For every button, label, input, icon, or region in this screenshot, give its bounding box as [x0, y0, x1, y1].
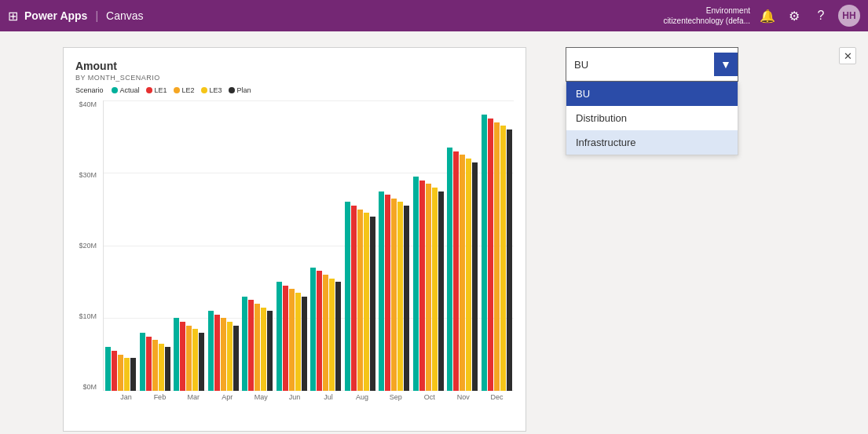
bar — [267, 311, 273, 391]
close-button[interactable]: ✕ — [839, 47, 856, 64]
bar — [242, 297, 247, 391]
bar — [438, 191, 444, 391]
chart-legend: Scenario ActualLE1LE2LE3Plan — [75, 86, 514, 94]
bar — [165, 347, 170, 391]
month-bar-group — [480, 115, 515, 391]
x-axis: JanFebMarAprMayJunJulAugSepOctNovDec — [109, 393, 514, 401]
dropdown-list: BUDistributionInfrastructure — [566, 82, 738, 155]
bar — [317, 271, 322, 391]
month-bar-group — [343, 202, 378, 391]
bar — [146, 337, 152, 391]
legend-item: LE2 — [174, 86, 195, 94]
y-axis-label: $10M — [79, 312, 97, 320]
legend-label: LE1 — [155, 86, 167, 94]
month-bar-group — [377, 191, 412, 391]
bar — [310, 268, 316, 391]
bar — [255, 304, 260, 391]
legend-item: Actual — [112, 86, 140, 94]
bar — [453, 151, 459, 391]
notifications-icon[interactable]: 🔔 — [758, 6, 777, 25]
topbar: ⊞ Power Apps | Canvas Environment citize… — [0, 0, 868, 31]
bar — [221, 318, 226, 391]
bar — [233, 326, 239, 391]
dropdown-trigger[interactable]: BU ▼ — [566, 47, 738, 82]
bar — [413, 177, 419, 391]
y-axis-label: $20M — [79, 242, 97, 250]
help-icon[interactable]: ? — [811, 6, 830, 25]
x-axis-label: Jun — [278, 393, 312, 401]
x-axis-label: Oct — [412, 393, 446, 401]
x-axis-label: Apr — [211, 393, 244, 401]
bar — [140, 333, 145, 391]
x-axis-label: Jul — [312, 393, 346, 401]
y-axis-label: $0M — [82, 383, 97, 391]
month-bar-group — [412, 177, 446, 391]
bar — [112, 351, 117, 391]
bar — [447, 148, 452, 391]
topbar-logo: Power Apps | Canvas — [24, 9, 144, 22]
bar — [289, 289, 295, 391]
bar — [174, 318, 179, 391]
bar — [391, 199, 397, 391]
env-label: Environment — [706, 5, 750, 16]
bar — [180, 322, 185, 391]
dropdown-option[interactable]: BU — [566, 82, 738, 106]
bar — [248, 300, 254, 391]
bar — [214, 315, 220, 391]
chart-title: Amount — [75, 60, 514, 72]
bar — [329, 279, 335, 391]
dropdown-chevron-icon[interactable]: ▼ — [714, 53, 738, 76]
bar — [277, 282, 282, 391]
month-bar-group — [240, 297, 275, 391]
bar — [379, 191, 384, 391]
bar — [482, 115, 487, 391]
dropdown-panel: BU ▼ BUDistributionInfrastructure — [566, 47, 738, 155]
bar — [345, 202, 350, 391]
bar — [500, 126, 506, 391]
bar — [295, 293, 301, 391]
bar — [105, 347, 111, 391]
avatar[interactable]: HH — [838, 5, 860, 27]
x-axis-label: Dec — [480, 393, 514, 401]
x-axis-label: Sep — [379, 393, 412, 401]
topbar-right: Environment citizentechnology (defa... 🔔… — [663, 5, 860, 27]
legend-item: LE1 — [146, 86, 167, 94]
main-content: Amount BY MONTH_SCENARIO Scenario Actual… — [0, 31, 868, 434]
bar — [335, 282, 341, 391]
legend-item: LE3 — [201, 86, 222, 94]
dropdown-option[interactable]: Distribution — [566, 106, 738, 130]
legend-label: Plan — [237, 86, 251, 94]
bar — [283, 286, 288, 391]
x-axis-label: Mar — [177, 393, 211, 401]
bar — [261, 308, 266, 391]
legend-dot — [146, 87, 152, 93]
env-name: citizentechnology (defa... — [663, 16, 750, 26]
x-axis-label: Jan — [109, 393, 143, 401]
bar — [488, 119, 493, 391]
legend-dot — [201, 87, 207, 93]
legend-dot — [174, 87, 180, 93]
month-bar-group — [309, 268, 343, 391]
x-axis-label: Aug — [345, 393, 379, 401]
bar — [152, 340, 158, 391]
bar — [208, 311, 214, 391]
bar-chart-area: $40M$30M$20M$10M$0M — [75, 100, 514, 391]
bar — [466, 159, 471, 391]
bar — [192, 329, 198, 391]
bar — [357, 210, 363, 391]
bar — [472, 162, 478, 391]
bar — [404, 206, 409, 391]
y-axis-label: $40M — [79, 100, 97, 108]
bar — [351, 206, 357, 391]
month-bar-group — [172, 318, 207, 391]
environment-info: Environment citizentechnology (defa... — [663, 5, 750, 26]
bar — [159, 344, 164, 391]
waffle-icon[interactable]: ⊞ — [8, 9, 18, 24]
legend-dot — [112, 87, 118, 93]
dropdown-option[interactable]: Infrastructure — [566, 130, 738, 155]
bar — [302, 297, 307, 391]
bars-container — [103, 100, 514, 391]
month-bar-group — [138, 333, 173, 391]
settings-icon[interactable]: ⚙ — [785, 6, 804, 25]
x-axis-label: May — [244, 393, 278, 401]
